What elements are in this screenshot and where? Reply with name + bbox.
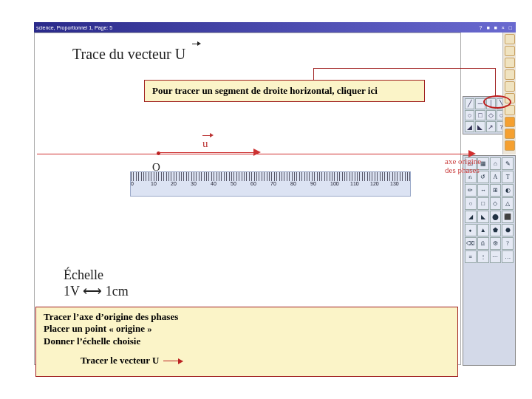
tool-button[interactable]: ◐ [502,184,514,197]
instruction-line-vector: Tracer le vecteur U [81,355,450,366]
tool-button[interactable]: ◣ [477,211,489,223]
axis-label: axe originedes phases [445,157,481,174]
tool-button[interactable]: ◢ [465,211,477,223]
vector-u-arrowhead-icon [253,149,261,156]
tool-button[interactable]: ⬛ [502,211,514,223]
vector-u-label: u [202,137,208,150]
nav-button[interactable] [505,58,515,68]
ruler-tick-label: 70 [270,181,290,186]
leader-line [495,68,496,99]
shape-tool[interactable]: ◇ [486,110,496,121]
leader-line [313,68,314,80]
tool-button[interactable]: ⋮ [477,250,489,263]
ruler-tick-label: 130 [390,181,410,186]
tool-button[interactable]: △ [502,197,514,210]
tool-button[interactable]: ⬤ [490,211,502,223]
ruler-tick-label: 120 [370,181,390,186]
instruction-line: Placer un point « origine » [44,323,450,335]
tool-button[interactable]: ✎ [502,157,514,170]
ruler-tick-label: 80 [290,181,310,186]
scale-handwriting: Échelle 1V ⟷ 1cm [64,267,129,299]
handwritten-title: Trace du vecteur U [72,46,196,63]
shape-tool[interactable]: ○ [465,110,474,121]
tool-button[interactable]: ⌫ [465,237,477,250]
ruler[interactable]: 0102030405060708090100110120130 [130,171,411,197]
callout-segment-tip: Pour tracer un segment de droite horizon… [144,80,425,102]
tools-toolbar: ▭▦⌂✎⎌↺AT✏↔⊞◐○□◇△◢◣⬤⬛⬥▲⬟⬣⌫⎙⚙?≡⋮⋯… [463,155,516,366]
ruler-tick-label: 50 [231,181,250,186]
ruler-tick-label: 110 [350,181,370,186]
tool-button[interactable]: … [502,250,514,263]
nav-button[interactable] [505,117,515,127]
tool-button[interactable]: ⋯ [490,250,502,263]
tool-button[interactable]: ▲ [477,224,489,236]
ruler-tick-label: 30 [191,181,211,186]
nav-button[interactable] [505,34,515,44]
ruler-tick-label: 90 [310,181,330,186]
shape-tool[interactable]: □ [475,110,485,121]
tool-button[interactable]: ↔ [477,184,489,197]
shape-tool[interactable]: ↗ [486,121,496,132]
titlebar-text: science, Proportionnel 1, Page: 5 [36,25,112,30]
tool-button[interactable]: ⌂ [490,157,502,170]
ruler-tick-label: 10 [151,181,171,186]
tool-button[interactable]: T [502,171,514,183]
highlight-circle-icon [483,95,511,109]
arrow-icon [163,361,183,361]
nav-button[interactable] [505,140,515,151]
leader-line [313,68,495,69]
tool-button[interactable]: ⎙ [477,237,489,250]
nav-button[interactable] [505,46,515,56]
nav-button[interactable] [505,81,515,92]
tool-button[interactable]: ⬣ [502,224,514,236]
ruler-tick-label: 0 [131,181,151,186]
shape-tool[interactable]: ◢ [465,121,474,132]
ruler-ticks [131,172,410,181]
window-controls[interactable]: ? ■ ■ × □ [480,25,514,30]
app-titlebar: science, Proportionnel 1, Page: 5 ? ■ ■ … [34,22,516,33]
side-nav-strip [502,33,516,154]
tool-button[interactable]: ? [502,237,514,250]
nav-button[interactable] [505,69,515,80]
tool-button[interactable]: ⊞ [490,184,502,197]
instruction-line: Tracer l’axe d’origine des phases [44,311,450,323]
callout-segment-tip-text: Pour tracer un segment de droite horizon… [152,85,378,96]
ruler-tick-label: 100 [330,181,350,186]
tool-button[interactable]: ◇ [490,197,502,210]
shape-tool[interactable]: ╱ [465,98,474,109]
instruction-line: Donner l’échelle choisie [44,335,450,347]
tool-button[interactable]: ○ [465,197,477,210]
tool-button[interactable]: ⬟ [490,224,502,236]
ruler-labels: 0102030405060708090100110120130 [131,181,410,186]
tool-button[interactable]: ⬥ [465,224,477,236]
nav-button[interactable] [505,129,515,139]
tool-button[interactable]: ≡ [465,250,477,263]
callout-instructions: Tracer l’axe d’origine des phases Placer… [35,307,458,377]
tool-button[interactable]: ✏ [465,184,477,197]
vector-u-line [159,152,255,153]
tool-button[interactable]: ⚙ [490,237,502,250]
tool-button[interactable]: A [490,171,502,183]
tool-button[interactable]: □ [477,197,489,210]
ruler-tick-label: 20 [171,181,191,186]
shape-tool[interactable]: ◣ [475,121,485,132]
ruler-tick-label: 40 [211,181,231,186]
ruler-tick-label: 60 [250,181,270,186]
